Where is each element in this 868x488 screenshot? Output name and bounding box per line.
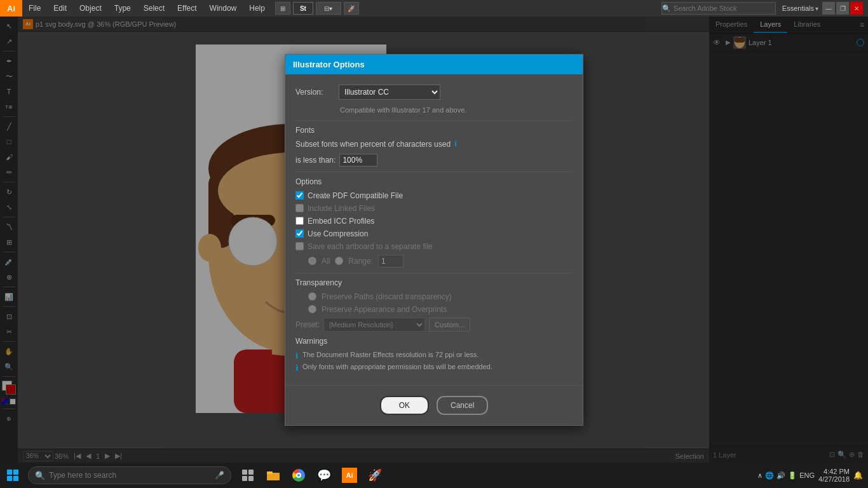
menu-select[interactable]: Select [137,0,171,17]
ok-button[interactable]: OK [380,396,429,415]
dialog-title: Illustrator Options [285,55,583,74]
range-radio[interactable] [335,257,343,265]
window-controls: — ❐ ✕ [822,2,863,15]
system-tray: ∧ 🌐 🔊 🔋 ENG [757,471,815,480]
menu-type[interactable]: Type [108,0,137,17]
essentials-chevron-icon[interactable]: ▾ [815,5,818,12]
all-radio-row: All Range: [295,255,573,268]
network-icon[interactable]: 🌐 [765,471,774,480]
warning-text-1: The Document Raster Effects resolution i… [302,351,478,358]
embed-icc-checkbox[interactable] [295,217,304,225]
cancel-button[interactable]: Cancel [437,396,488,415]
custom-button[interactable]: Custom... [429,318,470,332]
menu-right: 🔍 Essentials ▾ — ❐ ✕ [661,2,868,15]
search-icon: 🔍 [662,4,671,13]
menu-help[interactable]: Help [243,0,271,17]
svg-rect-19 [248,476,254,481]
notification-icon[interactable]: 🔔 [853,471,863,480]
chrome-button[interactable] [287,463,310,488]
preserve-appearance-row: Preserve Appearance and Overprints [295,305,573,314]
doc-arrange-icon[interactable]: ⊞ [275,2,290,15]
warning-item-1: ℹ The Document Raster Effects resolution… [295,351,573,360]
create-pdf-row: Create PDF Compatible File [295,191,573,200]
create-pdf-checkbox[interactable] [295,191,304,200]
version-label: Version: [295,88,334,97]
less-than-row: is less than: [295,154,573,166]
preserve-paths-row: Preserve Paths (discard transparency) [295,292,573,301]
menu-effect[interactable]: Effect [171,0,203,17]
version-compat-text: Compatible with Illustrator 17 and above… [340,106,573,114]
use-compression-checkbox[interactable] [295,229,304,238]
essentials-label: Essentials [782,4,814,12]
illustrator-options-dialog: Illustrator Options Version: Illustrator… [285,54,583,426]
chat-button[interactable]: 💬 [313,463,336,488]
preserve-appearance-label: Preserve Appearance and Overprints [322,305,447,314]
stock-search-box[interactable]: 🔍 [661,2,776,15]
taskbar-right: ∧ 🌐 🔊 🔋 ENG 4:42 PM 4/27/2018 🔔 [757,468,868,483]
svg-rect-21 [267,471,273,474]
menu-edit[interactable]: Edit [47,0,73,17]
date-display: 4/27/2018 [818,475,850,483]
warning-text-2: Only fonts with appropriate permission b… [302,363,492,370]
include-linked-row: Include Linked Files [295,204,573,213]
dialog-body: Version: Illustrator CC Illustrator CS6 … [285,74,583,385]
info-icon-1: ℹ [454,140,457,148]
minimize-button[interactable]: — [822,2,835,15]
taskbar-search-input[interactable] [49,471,211,480]
use-compression-label: Use Compression [308,229,368,238]
all-radio-label: All [322,257,330,266]
speaker-icon[interactable]: 🔊 [776,471,785,480]
svg-rect-18 [242,476,247,481]
task-view-button[interactable] [236,463,259,488]
save-each-label: Save each artboard to a separate file [308,242,433,251]
save-each-row: Save each artboard to a separate file [295,242,573,251]
embed-icc-label: Embed ICC Profiles [308,217,374,226]
clock[interactable]: 4:42 PM 4/27/2018 [818,468,850,483]
save-each-checkbox[interactable] [295,242,304,250]
svg-rect-16 [242,470,247,475]
dialog-overlay: Illustrator Options Version: Illustrator… [0,17,868,463]
file-explorer-button[interactable] [262,463,285,488]
dialog-footer: OK Cancel [285,385,583,425]
create-pdf-label: Create PDF Compatible File [308,191,403,200]
mic-icon[interactable]: 🎤 [215,471,224,480]
taskbar-search-box[interactable]: 🔍 🎤 [28,466,231,484]
lang-label: ENG [799,471,815,479]
warnings-label: Warnings [295,337,573,346]
transparency-divider [295,273,573,273]
illustrator-taskbar-button[interactable]: Ai [338,463,361,488]
version-row: Version: Illustrator CC Illustrator CS6 … [295,85,573,100]
preset-select[interactable]: [Medium Resolution] [323,318,425,332]
menu-items: File Edit Object Type Select Effect Wind… [22,0,661,17]
grid-view-icon[interactable]: ⊟▾ [316,2,341,15]
stock-search-input[interactable] [671,4,766,12]
warnings-section: Warnings ℹ The Document Raster Effects r… [295,337,573,372]
preset-label: Preset: [295,320,320,329]
rocket-icon[interactable]: 🚀 [344,2,359,15]
preset-row: Preset: [Medium Resolution] Custom... [295,318,573,332]
subset-fonts-text: Subset fonts when percent of characters … [295,140,451,149]
menu-window[interactable]: Window [203,0,243,17]
start-button[interactable] [0,463,25,488]
version-select[interactable]: Illustrator CC Illustrator CS6 Illustrat… [339,85,440,100]
time-display: 4:42 PM [818,468,850,475]
battery-icon[interactable]: 🔋 [788,471,797,480]
menu-object[interactable]: Object [73,0,108,17]
close-button[interactable]: ✕ [850,2,863,15]
is-less-than-label: is less than: [295,156,336,165]
include-linked-checkbox[interactable] [295,204,304,212]
range-input[interactable] [378,255,403,268]
subset-percent-input[interactable] [339,154,377,166]
transparency-label: Transparency [295,278,573,287]
stock-icon[interactable]: St [293,2,313,15]
preserve-paths-radio[interactable] [308,292,316,301]
menu-file[interactable]: File [22,0,47,17]
subset-fonts-row: Subset fonts when percent of characters … [295,140,573,149]
tray-arrow-icon[interactable]: ∧ [757,471,763,480]
use-compression-row: Use Compression [295,229,573,238]
options-divider [295,172,573,172]
preserve-appearance-radio[interactable] [308,305,316,313]
restore-button[interactable]: ❐ [836,2,849,15]
all-radio[interactable] [308,257,316,265]
rocket-taskbar-button[interactable]: 🚀 [363,463,386,488]
